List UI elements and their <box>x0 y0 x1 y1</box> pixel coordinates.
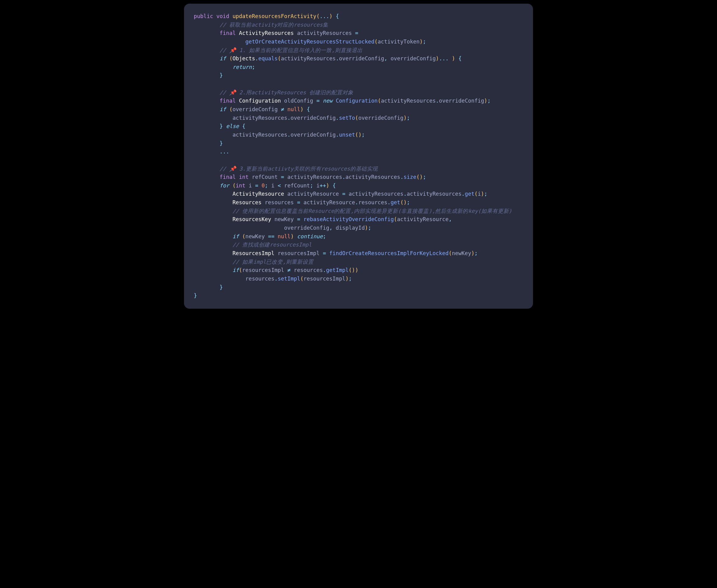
token-brace: { <box>307 106 310 112</box>
token-type: Resources <box>232 200 261 206</box>
token-kw-continue: continue <box>297 233 323 239</box>
token-plain <box>194 174 219 180</box>
token-ident: activityResources <box>381 98 436 104</box>
token-plain <box>194 39 245 45</box>
token-punct: . <box>436 98 439 104</box>
token-punct: ; <box>407 200 410 206</box>
token-paren: ( <box>300 276 304 282</box>
token-plain <box>194 22 219 28</box>
token-kw-final: final <box>219 98 236 104</box>
token-comment: // 查找或创建resourcesImpl <box>232 241 312 248</box>
token-punct: . <box>342 174 346 180</box>
token-plain <box>294 233 297 239</box>
token-kw-final: final <box>219 174 236 180</box>
token-paren: ( <box>278 56 281 62</box>
token-op: == <box>268 233 274 239</box>
token-kw-if: if <box>232 233 239 239</box>
token-op: = <box>297 200 300 206</box>
token-plain <box>229 13 233 19</box>
token-fn-name: updateResourcesForActivity <box>232 13 316 19</box>
token-plain <box>194 72 219 78</box>
token-op: ++ <box>320 183 326 189</box>
token-paren: () <box>416 174 423 180</box>
token-num: 0 <box>261 183 265 189</box>
token-brace: { <box>332 183 336 189</box>
token-plain <box>278 106 281 112</box>
token-punct: . <box>287 132 291 138</box>
token-plain <box>194 250 232 256</box>
token-paren: ) <box>329 13 333 19</box>
token-paren: ( <box>242 233 245 239</box>
token-plain: i <box>245 183 255 189</box>
token-plain <box>239 123 242 129</box>
token-ident: resources <box>358 200 387 206</box>
token-op: = <box>355 30 358 36</box>
token-fn-call: get <box>465 191 475 197</box>
token-ident: newKey <box>245 233 265 239</box>
token-ident: overrideConfig <box>290 132 336 138</box>
token-plain <box>455 56 459 62</box>
token-punct: ; <box>265 183 268 189</box>
token-brace: } <box>219 140 223 146</box>
token-paren: ( <box>374 39 378 45</box>
token-kw-null: null <box>278 233 290 239</box>
token-plain: overrideConfig <box>194 225 329 231</box>
token-type: ResourcesImpl <box>232 250 274 256</box>
token-paren: ( <box>394 216 397 222</box>
token-plain <box>329 183 333 189</box>
token-kw-public: public <box>194 13 213 19</box>
token-plain <box>194 233 232 239</box>
token-plain <box>213 13 216 19</box>
token-plain <box>194 89 219 96</box>
token-kw-void: void <box>216 13 229 19</box>
token-brace: } <box>219 72 223 78</box>
token-plain <box>194 166 219 172</box>
token-kw-int: int <box>236 183 245 189</box>
token-fn-call: findOrCreateResourcesImplForKeyLocked <box>329 250 449 256</box>
token-type: Objects <box>232 56 255 62</box>
token-ident: overrideConfig <box>439 98 484 104</box>
token-paren: ( <box>232 183 236 189</box>
token-plain: overrideConfig <box>387 56 436 62</box>
token-paren: ) <box>452 56 455 62</box>
token-plain <box>449 56 452 62</box>
token-type: Configuration <box>239 98 281 104</box>
token-plain <box>194 267 232 273</box>
token-paren: ( <box>229 106 233 112</box>
token-plain: refCount <box>248 174 281 180</box>
token-op: < <box>278 183 281 189</box>
token-op: ≠ <box>287 267 291 273</box>
token-plain: resources <box>290 267 323 273</box>
token-punct: . <box>255 56 258 62</box>
token-plain <box>194 200 232 206</box>
token-brace: } <box>194 292 197 299</box>
token-plain: displayId <box>332 225 365 231</box>
token-plain <box>265 233 268 239</box>
token-kw-if: if <box>219 56 226 62</box>
token-ident: activityToken <box>378 39 420 45</box>
token-kw-for: for <box>219 183 229 189</box>
token-plain <box>332 98 336 104</box>
token-fn-call: Configuration <box>336 98 378 104</box>
token-plain <box>303 106 307 112</box>
token-ident: overrideConfig <box>358 115 404 121</box>
token-paren: () <box>349 267 355 273</box>
token-op: = <box>323 250 326 256</box>
token-ident: overrideConfig <box>290 115 336 121</box>
token-paren: ( <box>355 115 358 121</box>
token-op: = <box>281 174 284 180</box>
token-plain: activityResource <box>284 191 342 197</box>
token-plain: newKey <box>271 216 297 222</box>
token-brace: } <box>219 284 223 290</box>
token-plain <box>194 259 232 265</box>
token-fn-call: getImpl <box>326 267 349 273</box>
token-plain <box>274 233 278 239</box>
token-plain <box>300 216 304 222</box>
token-plain <box>239 233 242 239</box>
token-plain <box>194 47 219 53</box>
token-plain <box>229 183 233 189</box>
token-comment: // 获取当前activity对应的resources集 <box>219 22 328 28</box>
token-plain <box>194 208 232 214</box>
token-punct: ; <box>407 115 410 121</box>
token-plain <box>194 123 219 129</box>
